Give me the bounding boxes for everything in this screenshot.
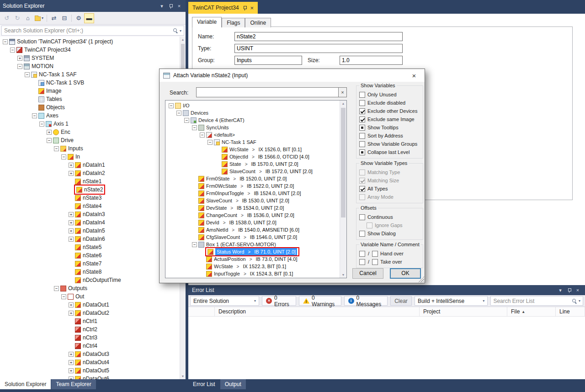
tree-item-outputs[interactable]: −Outputs — [0, 284, 180, 292]
close-icon[interactable]: × — [176, 2, 183, 10]
checkbox-row-collapse-last-level[interactable]: Collapse last Level — [359, 148, 420, 156]
expander-icon[interactable]: − — [54, 286, 59, 291]
tree-item-cfgslavecount[interactable]: CfgSlaveCount>IB 1546.0, UINT [2.0] — [166, 233, 339, 241]
tree-item-objects[interactable]: Objects — [0, 103, 180, 111]
tree-item-ndataout3[interactable]: +nDataOut3 — [0, 350, 180, 358]
dialog-search-input[interactable] — [196, 87, 339, 97]
tree-item-nstate6[interactable]: nState6 — [0, 251, 180, 260]
tree-item-nstate8[interactable]: nState8 — [0, 268, 180, 276]
checkbox-row-only-unused[interactable]: Only Unused — [359, 90, 420, 99]
window-position-icon[interactable]: ▾ — [557, 286, 564, 294]
expander-icon[interactable]: − — [61, 294, 66, 299]
checkbox-row-all-types[interactable]: All Types — [359, 185, 420, 193]
expander-icon[interactable]: + — [69, 302, 74, 307]
name-field[interactable] — [234, 32, 403, 41]
resize-grip[interactable] — [418, 276, 424, 282]
back-button[interactable]: ↺ — [2, 13, 12, 23]
tree-item-i-o[interactable]: −I/O — [166, 102, 339, 109]
tree-item-out[interactable]: −Out — [0, 292, 180, 301]
search-input[interactable] — [4, 27, 173, 34]
tree-item-inputtoggle[interactable]: InputToggle>IX 1524.3, BIT [0.1] — [166, 270, 339, 277]
column-header-file[interactable]: File▲ — [507, 307, 556, 316]
tab-output[interactable]: Output — [220, 379, 246, 389]
sync-with-active-document-button[interactable]: ⇄ — [49, 13, 59, 23]
tree-item-devid[interactable]: DevId>IB 1538.0, UINT [2.0] — [166, 219, 339, 226]
build-filter-combo[interactable]: Build + IntelliSense ▾ — [415, 296, 488, 306]
tree-item-amsnetid[interactable]: AmsNetId>IB 1540.0, AMSNETID [6.0] — [166, 226, 339, 233]
checkbox[interactable] — [359, 259, 365, 265]
tree-item-nc-task-1-svb[interactable]: NC-Task 1 SVB — [0, 79, 180, 87]
expander-icon[interactable]: − — [176, 111, 181, 116]
expander-icon[interactable]: + — [69, 352, 74, 357]
type-field[interactable] — [234, 44, 403, 53]
switch-views-button[interactable]: ▾ — [33, 13, 45, 23]
tree-item-slavecount[interactable]: SlaveCount>IB 1530.0, UINT [2.0] — [166, 197, 339, 204]
tree-item-nstate2[interactable]: nState2 — [0, 185, 180, 194]
tree-item-state[interactable]: State>IB 1570.0, UINT [2.0] — [166, 160, 339, 168]
expander-icon[interactable]: − — [17, 64, 22, 69]
tree-item-nctrl2[interactable]: nCtrl2 — [0, 325, 180, 334]
tab-online[interactable]: Online — [245, 18, 271, 27]
tree-item-default[interactable]: −<default> — [166, 131, 339, 138]
pin-icon[interactable] — [565, 286, 573, 294]
column-header-icon[interactable] — [188, 307, 215, 316]
tree-item-slavecount[interactable]: SlaveCount>IB 1572.0, UINT [2.0] — [166, 168, 339, 175]
tree-item-ndatain4[interactable]: +nDataIn4 — [0, 218, 180, 227]
errors-filter-button[interactable]: × 0 Errors — [262, 296, 296, 306]
expander-icon[interactable]: + — [69, 237, 74, 242]
checkbox[interactable] — [359, 92, 365, 98]
tree-item-actualposition[interactable]: ActualPosition>IB 73.0, DINT [4.0] — [166, 255, 339, 263]
checkbox[interactable] — [372, 259, 378, 265]
size-field[interactable] — [340, 56, 403, 65]
messages-filter-button[interactable]: i 0 Messages — [344, 296, 388, 306]
preview-selected-items-button[interactable]: ▬ — [84, 13, 94, 23]
close-icon[interactable]: × — [574, 286, 581, 294]
expander-icon[interactable]: + — [69, 368, 74, 373]
tree-item-frm0inputtoggle[interactable]: Frm0InputToggle>IB 1524.0, UINT [2.0] — [166, 190, 339, 197]
checkbox-row-exclude-same-image[interactable]: Exclude same Image — [359, 115, 420, 123]
tree-item-ndataout5[interactable]: +nDataOut5 — [0, 366, 180, 375]
collapse-all-button[interactable]: ⊟ — [59, 13, 69, 23]
checkbox[interactable] — [359, 231, 365, 237]
tree-item-axes[interactable]: −Axes — [0, 111, 180, 120]
tree-item-nc-task-1-saf[interactable]: −NC-Task 1 SAF — [166, 138, 339, 146]
checkbox[interactable] — [359, 125, 365, 131]
tree-item-ndataout2[interactable]: +nDataOut2 — [0, 309, 180, 317]
clear-button[interactable]: Clear — [390, 296, 412, 306]
checkbox[interactable] — [359, 141, 365, 147]
column-header-description[interactable]: Description — [215, 307, 420, 316]
checkbox[interactable] — [359, 251, 365, 257]
expander-icon[interactable]: − — [39, 122, 44, 127]
tab-flags[interactable]: Flags — [222, 18, 245, 27]
checkbox-row-show-variable-groups[interactable]: Show Variable Groups — [359, 140, 420, 148]
tree-item-ndatain3[interactable]: +nDataIn3 — [0, 210, 180, 218]
checkbox[interactable] — [359, 108, 365, 114]
tab-error-list[interactable]: Error List — [188, 379, 220, 389]
tree-item-system[interactable]: +SYSTEM — [0, 54, 180, 62]
expander-icon[interactable]: − — [3, 39, 8, 44]
scroll-down-icon[interactable]: ▼ — [180, 373, 186, 379]
scroll-up-icon[interactable]: ▲ — [180, 37, 186, 42]
checkbox[interactable] — [359, 149, 365, 155]
checkbox-row-exclude-disabled[interactable]: Exclude disabled — [359, 99, 420, 107]
checkbox-row-continuous[interactable]: Continuous — [359, 213, 420, 221]
window-position-icon[interactable]: ▾ — [158, 2, 165, 10]
tree-item-motion[interactable]: −MOTION — [0, 62, 180, 70]
tree-item-nctrl1[interactable]: nCtrl1 — [0, 317, 180, 325]
tree-item-nctrl3[interactable]: nCtrl3 — [0, 334, 180, 342]
close-icon[interactable]: × — [250, 5, 254, 11]
tree-item-inputs[interactable]: −Inputs — [0, 144, 180, 153]
error-search-input[interactable] — [493, 298, 572, 304]
tree-item-twincat-project34[interactable]: −TwinCAT Project34 — [0, 46, 180, 54]
checkbox[interactable] — [372, 251, 378, 257]
chevron-down-icon[interactable]: ▾ — [579, 299, 580, 303]
tree-item-ndatain5[interactable]: +nDataIn5 — [0, 227, 180, 235]
tree-item-nstate7[interactable]: nState7 — [0, 260, 180, 268]
tree-item-changecount[interactable]: ChangeCount>IB 1536.0, UINT [2.0] — [166, 212, 339, 219]
tree-item-nstate4[interactable]: nState4 — [0, 202, 180, 210]
expander-icon[interactable]: + — [69, 220, 74, 225]
scroll-thumb[interactable] — [341, 108, 346, 217]
tree-item-nstate1[interactable]: nState1 — [0, 177, 180, 185]
dialog-scrollbar[interactable]: ▲ ▼ — [340, 101, 346, 278]
tree-item-frm0state[interactable]: Frm0State>IB 1520.0, UINT [2.0] — [166, 175, 339, 182]
